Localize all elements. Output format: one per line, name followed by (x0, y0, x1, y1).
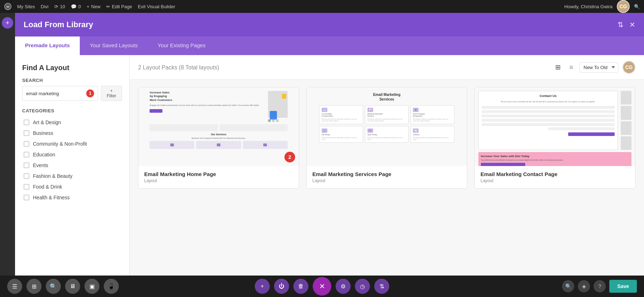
save-button[interactable]: Save (609, 280, 637, 293)
card-name-email-home: Email Marketing Home Page (144, 171, 293, 177)
bottom-center-tools: + ⏻ 🗑 ✕ ⚙ ◷ ⇅ (255, 277, 389, 296)
list-view-button[interactable]: ≡ (567, 62, 575, 73)
card-name-email-contact: Email Marketing Contact Page (480, 171, 629, 177)
admin-avatar[interactable]: CG (617, 0, 630, 13)
filter-sidebar: Find A Layout Search 1 + Filter Categori… (15, 55, 130, 276)
bottom-left-tools: ☰ ⊞ 🔍 🖥 ▣ 📱 (7, 279, 119, 294)
card-name-email-services: Email Marketing Services Page (312, 171, 461, 177)
tab-saved-layouts[interactable]: Your Saved Layouts (80, 36, 148, 55)
category-food[interactable]: Food & Drink (22, 181, 122, 192)
divi-menu[interactable]: Divi (41, 4, 49, 9)
content-area: 2 Layout Packs (8 Total layouts) ⊞ ≡ New… (130, 55, 644, 276)
category-education-checkbox[interactable] (24, 152, 29, 157)
new-label: New (91, 4, 101, 9)
card-preview-email-services: Email MarketingServices 📧 List Campaign&… (307, 87, 467, 166)
user-avatar[interactable]: CG (623, 61, 635, 74)
sort-select[interactable]: New To Old Old To New A to Z Z to A (580, 62, 618, 73)
tab-premade-layouts[interactable]: Premade Layouts (15, 36, 80, 55)
category-events[interactable]: Events (22, 160, 122, 171)
grid-view-button[interactable]: ⊞ (553, 62, 563, 73)
divi-label: Divi (41, 4, 49, 9)
exit-vb-label: Exit Visual Builder (138, 4, 175, 9)
new-menu[interactable]: + New (87, 4, 101, 9)
filter-title: Find A Layout (22, 64, 122, 72)
card-type-email-services: Layout (312, 178, 461, 183)
category-business[interactable]: Business (22, 128, 122, 138)
filter-button[interactable]: + Filter (101, 86, 122, 101)
card-type-email-home: Layout (144, 178, 293, 183)
category-fashion-label: Fashion & Beauty (33, 173, 73, 179)
sort-button[interactable]: ⇅ (374, 279, 389, 294)
categories-title: Categories (22, 108, 122, 113)
category-health-checkbox[interactable] (24, 195, 29, 200)
delete-button[interactable]: 🗑 (293, 279, 308, 294)
category-fashion[interactable]: Fashion & Beauty (22, 171, 122, 181)
layout-grid: Increase Salesby EngagingMore Customers … (130, 80, 644, 276)
my-sites-label: My Sites (17, 4, 35, 9)
bottom-toolbar: ☰ ⊞ 🔍 🖥 ▣ 📱 + ⏻ 🗑 ✕ ⚙ ◷ ⇅ 🔍 ◈ ? Save (0, 276, 644, 297)
category-food-label: Food & Drink (33, 184, 62, 190)
resize-modal-button[interactable]: ⇅ (618, 20, 624, 29)
load-from-library-modal: Load From Library ⇅ ✕ Premade Layouts Yo… (15, 13, 644, 276)
add-module-button[interactable]: + (2, 17, 13, 29)
admin-bar-right: Howdy, Christina Gwira CG 🔍 (564, 0, 640, 13)
updates-menu[interactable]: ⟳ 10 (54, 4, 65, 9)
tab-existing-pages[interactable]: Your Existing Pages (148, 36, 216, 55)
search-label: Search (22, 78, 122, 83)
category-health[interactable]: Health & Fitness (22, 192, 122, 203)
category-business-checkbox[interactable] (24, 130, 29, 136)
category-art-design-checkbox[interactable] (24, 120, 29, 125)
layout-card-email-services[interactable]: Email MarketingServices 📧 List Campaign&… (306, 87, 467, 189)
mobile-tool-button[interactable]: 📱 (104, 279, 119, 294)
category-community-checkbox[interactable] (24, 141, 29, 147)
card-type-email-contact: Layout (480, 178, 629, 183)
search-right-button[interactable]: 🔍 (562, 280, 574, 292)
exit-vb-btn[interactable]: Exit Visual Builder (138, 4, 175, 9)
comments-menu[interactable]: 💬 0 (71, 4, 81, 9)
search-row: 1 + Filter (22, 86, 122, 101)
desktop-tool-button[interactable]: 🖥 (65, 279, 80, 294)
modal-header: Load From Library ⇅ ✕ (15, 13, 644, 36)
search-input[interactable] (26, 91, 86, 96)
layers-button[interactable]: ◈ (578, 280, 590, 292)
wordpress-logo[interactable]: W (4, 3, 11, 10)
modal-overlay: Load From Library ⇅ ✕ Premade Layouts Yo… (15, 13, 644, 276)
category-events-label: Events (33, 162, 48, 168)
card-meta-email-contact: Email Marketing Contact Page Layout (475, 166, 635, 188)
category-community[interactable]: Community & Non-Profit (22, 138, 122, 149)
modules-tool-button[interactable]: ⊞ (26, 279, 42, 294)
search-icon[interactable]: 🔍 (634, 4, 640, 9)
svg-text:W: W (6, 5, 10, 9)
category-art-design-label: Art & Design (33, 120, 61, 125)
category-education[interactable]: Education (22, 149, 122, 160)
search-badge: 1 (86, 89, 94, 97)
admin-bar: W My Sites Divi ⟳ 10 💬 0 + New ✏ Edit Pa… (0, 0, 644, 13)
edit-page-btn[interactable]: ✏ Edit Page (106, 4, 132, 9)
help-button[interactable]: ? (594, 280, 606, 292)
category-events-checkbox[interactable] (24, 162, 29, 168)
layout-count: 2 Layout Packs (8 Total layouts) (138, 64, 219, 71)
my-sites-menu[interactable]: My Sites (17, 4, 35, 9)
modal-title: Load From Library (24, 20, 93, 29)
power-button[interactable]: ⏻ (274, 279, 289, 294)
settings-button[interactable]: ⚙ (336, 279, 351, 294)
history-button[interactable]: ◷ (355, 279, 370, 294)
category-art-design[interactable]: Art & Design (22, 117, 122, 128)
howdy-label: Howdy, Christina Gwira (564, 4, 613, 9)
menu-tool-button[interactable]: ☰ (7, 279, 22, 294)
close-center-button[interactable]: ✕ (313, 277, 331, 296)
category-education-label: Education (33, 152, 55, 157)
search-tool-button[interactable]: 🔍 (46, 279, 61, 294)
content-header: 2 Layout Packs (8 Total layouts) ⊞ ≡ New… (130, 55, 644, 80)
updates-count: 10 (60, 4, 65, 9)
card-meta-email-home: Email Marketing Home Page Layout (138, 166, 299, 188)
layout-card-email-contact[interactable]: Contact Us We are here to serve, beautif… (474, 87, 635, 189)
add-center-button[interactable]: + (255, 279, 270, 294)
category-food-checkbox[interactable] (24, 184, 29, 190)
layout-card-email-home[interactable]: Increase Salesby EngagingMore Customers … (138, 87, 299, 189)
card-meta-email-services: Email Marketing Services Page Layout (307, 166, 467, 188)
tablet-tool-button[interactable]: ▣ (84, 279, 99, 294)
close-modal-button[interactable]: ✕ (629, 20, 635, 29)
category-fashion-checkbox[interactable] (24, 173, 29, 179)
category-community-label: Community & Non-Profit (33, 141, 87, 147)
